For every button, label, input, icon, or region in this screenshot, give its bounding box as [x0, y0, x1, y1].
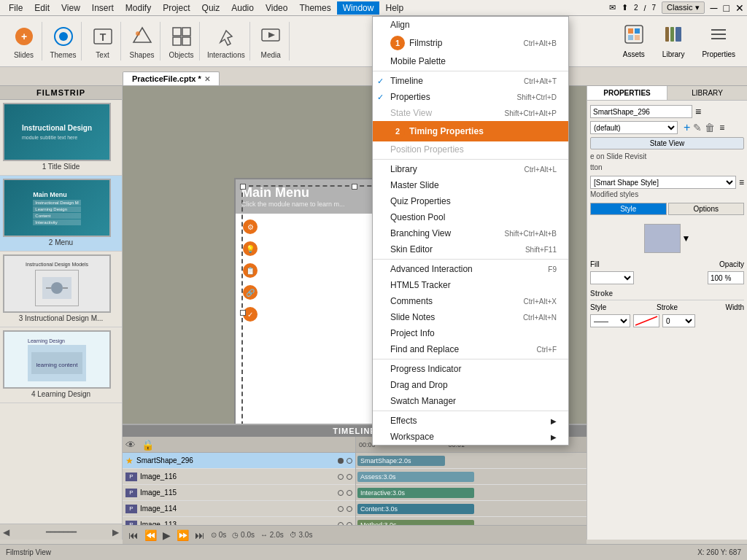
- menu-item-comments[interactable]: Comments Ctrl+Alt+X: [373, 293, 568, 309]
- menu-item-advanced[interactable]: Advanced Interaction F9: [373, 261, 568, 277]
- menu-item-branching[interactable]: Branching View Shift+Ctrl+Alt+B: [373, 225, 568, 241]
- restore-btn[interactable]: □: [724, 2, 729, 14]
- swatch-dropdown-icon[interactable]: ▼: [682, 233, 691, 244]
- menu-item-project-info[interactable]: Project Info: [373, 325, 568, 341]
- slides-icon[interactable]: +: [11, 23, 37, 50]
- lock-icon[interactable]: 🔒: [142, 439, 154, 451]
- tab-style[interactable]: Style: [590, 203, 667, 215]
- menu-item-html5[interactable]: HTML5 Tracker: [373, 277, 568, 293]
- svg-rect-20: [670, 27, 674, 42]
- menu-quiz[interactable]: Quiz: [196, 1, 226, 15]
- menu-view[interactable]: View: [55, 1, 86, 15]
- interactions-icon[interactable]: [213, 23, 239, 50]
- menu-icon[interactable]: ≡: [695, 106, 701, 117]
- shapes-icon[interactable]: [129, 23, 155, 50]
- share-icon[interactable]: ⬆: [622, 3, 628, 12]
- menu-project[interactable]: Project: [157, 1, 196, 15]
- table-row[interactable]: P Image_116: [123, 469, 355, 485]
- delete-state-btn[interactable]: 🗑: [705, 122, 715, 133]
- stroke-style-select[interactable]: ——: [590, 314, 630, 327]
- objects-icon[interactable]: [169, 23, 195, 50]
- menu-item-drag-drop[interactable]: Drag and Drop: [373, 377, 568, 393]
- menu-video[interactable]: Video: [260, 1, 293, 15]
- tl-go-start[interactable]: ⏮: [128, 529, 139, 541]
- menu-item-library[interactable]: Library Ctrl+Alt+L: [373, 161, 568, 177]
- menu-modify[interactable]: Modify: [120, 1, 157, 15]
- tab-practicefile[interactable]: PracticeFile.cptx * ✕: [123, 71, 220, 85]
- menu-item-slide-notes[interactable]: Slide Notes Ctrl+Alt+N: [373, 309, 568, 325]
- filmstrip-scroll-left[interactable]: ◀: [0, 527, 12, 537]
- email-icon[interactable]: ✉: [609, 3, 616, 12]
- eye-icon[interactable]: 👁: [125, 439, 136, 451]
- library-btn[interactable]: Library: [657, 23, 691, 60]
- menu-item-question-pool[interactable]: Question Pool: [373, 209, 568, 225]
- panel-options-icon[interactable]: ≡: [739, 177, 744, 187]
- text-icon[interactable]: T: [90, 23, 116, 50]
- menu-item-properties[interactable]: ✓ Properties Shift+Ctrl+D: [373, 89, 568, 105]
- list-item[interactable]: Instructional Design module subtitle tex…: [0, 100, 122, 176]
- table-row[interactable]: P Image_114: [123, 501, 355, 517]
- menu-audio[interactable]: Audio: [225, 1, 260, 15]
- state-view-btn[interactable]: State View: [590, 137, 744, 149]
- menu-item-find-replace[interactable]: Find and Replace Ctrl+F: [373, 341, 568, 357]
- tab-library[interactable]: LIBRARY: [667, 86, 747, 100]
- tl-play[interactable]: ▶: [163, 529, 171, 541]
- style-select[interactable]: [Smart Shape Style]: [590, 176, 736, 189]
- panel-menu-icon[interactable]: ≡: [719, 122, 724, 133]
- object-name-input[interactable]: [590, 105, 692, 118]
- timeline-bar-2[interactable]: Assess:3.0s: [357, 472, 474, 482]
- opacity-input[interactable]: [708, 271, 744, 284]
- minimize-btn[interactable]: ─: [711, 2, 718, 14]
- menu-item-master-slide[interactable]: Master Slide: [373, 177, 568, 193]
- tab-properties[interactable]: PROPERTIES: [587, 86, 667, 100]
- menu-item-workspace[interactable]: Workspace ▶: [373, 429, 568, 445]
- media-icon[interactable]: [258, 23, 284, 50]
- tl-next[interactable]: ⏩: [177, 529, 189, 541]
- classic-dropdown[interactable]: Classic ▾: [662, 1, 705, 14]
- tab-options[interactable]: Options: [668, 203, 745, 215]
- stroke-color-swatch[interactable]: [633, 314, 659, 327]
- filmstrip-scroll-right[interactable]: ▶: [109, 527, 122, 537]
- menu-label-project-info: Project Info: [390, 328, 435, 338]
- close-btn[interactable]: ✕: [735, 2, 744, 14]
- menu-window[interactable]: Window: [337, 1, 380, 15]
- list-item[interactable]: Main Menu Instructional Design M Learnin…: [0, 176, 122, 252]
- timeline-bar-1[interactable]: SmartShape:2.0s: [357, 456, 445, 466]
- state-dropdown[interactable]: (default): [590, 121, 678, 134]
- menu-item-quiz-props[interactable]: Quiz Properties: [373, 193, 568, 209]
- stroke-width-select[interactable]: 0: [662, 314, 695, 327]
- themes-icon[interactable]: [50, 23, 77, 50]
- tl-prev[interactable]: ⏪: [144, 529, 157, 541]
- filmstrip-scroll-bar[interactable]: ━━━━━━━: [12, 528, 109, 536]
- timeline-bar-5[interactable]: Method:3.0s: [357, 520, 474, 525]
- fill-select[interactable]: [590, 271, 634, 284]
- menu-item-swatch[interactable]: Swatch Manager: [373, 393, 568, 409]
- edit-state-btn[interactable]: ✎: [693, 122, 702, 133]
- menu-item-timing[interactable]: 2 Timing Properties: [373, 121, 568, 141]
- menu-item-timeline[interactable]: ✓ Timeline Ctrl+Alt+T: [373, 73, 568, 89]
- menu-item-align[interactable]: Align: [373, 17, 568, 33]
- menu-insert[interactable]: Insert: [86, 1, 120, 15]
- add-state-btn[interactable]: +: [684, 121, 690, 134]
- properties-btn[interactable]: Properties: [696, 23, 741, 60]
- menu-item-skin-editor[interactable]: Skin Editor Shift+F11: [373, 241, 568, 257]
- color-preview[interactable]: [644, 224, 681, 253]
- menu-item-filmstrip[interactable]: 1 Filmstrip Ctrl+Alt+B: [373, 33, 568, 53]
- tl-go-end[interactable]: ⏭: [195, 529, 205, 541]
- timeline-bar-3[interactable]: Interactive:3.0s: [357, 488, 474, 498]
- menu-themes[interactable]: Themes: [293, 1, 336, 15]
- tab-close-icon[interactable]: ✕: [204, 75, 210, 83]
- table-row[interactable]: ★ SmartShape_296: [123, 453, 355, 469]
- menu-item-mobile-palette[interactable]: Mobile Palette: [373, 53, 568, 69]
- menu-item-progress[interactable]: Progress Indicator: [373, 361, 568, 377]
- timeline-bar-4[interactable]: Content:3.0s: [357, 504, 474, 514]
- table-row[interactable]: P Image_115: [123, 485, 355, 501]
- list-item[interactable]: Instructional Design Models 3 Instructio…: [0, 252, 122, 327]
- menu-edit[interactable]: Edit: [28, 1, 55, 15]
- table-row[interactable]: P Image_113: [123, 517, 355, 525]
- menu-item-effects[interactable]: Effects ▶: [373, 413, 568, 429]
- menu-file[interactable]: File: [3, 1, 28, 15]
- assets-btn[interactable]: Assets: [617, 23, 651, 60]
- list-item[interactable]: Learning Design learning content 4 Learn…: [0, 327, 122, 403]
- menu-help[interactable]: Help: [379, 1, 409, 15]
